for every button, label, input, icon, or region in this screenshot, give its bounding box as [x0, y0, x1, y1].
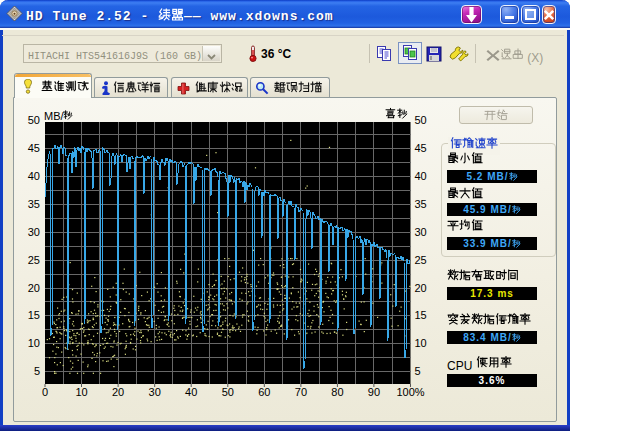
svg-text:5: 5: [34, 365, 40, 377]
svg-text:25: 25: [415, 254, 427, 266]
svg-text:15: 15: [415, 309, 427, 321]
svg-text:35: 35: [415, 198, 427, 210]
svg-text:15: 15: [28, 309, 40, 321]
svg-text:90: 90: [368, 386, 380, 398]
svg-text:80: 80: [331, 386, 343, 398]
svg-text:45: 45: [28, 142, 40, 154]
svg-text:50: 50: [28, 114, 40, 126]
svg-text:20: 20: [415, 282, 427, 294]
svg-text:10: 10: [28, 337, 40, 349]
svg-text:10: 10: [415, 337, 427, 349]
svg-text:40: 40: [185, 386, 197, 398]
svg-text:MB/: MB/: [44, 110, 65, 122]
svg-text:30: 30: [415, 226, 427, 238]
svg-text:100%: 100%: [396, 386, 424, 398]
svg-text:60: 60: [258, 386, 270, 398]
svg-text:0: 0: [42, 386, 48, 398]
svg-text:10: 10: [75, 386, 87, 398]
svg-text:25: 25: [28, 254, 40, 266]
svg-text:50: 50: [415, 114, 427, 126]
svg-text:5: 5: [415, 365, 421, 377]
svg-text:70: 70: [295, 386, 307, 398]
svg-text:50: 50: [222, 386, 234, 398]
svg-text:30: 30: [149, 386, 161, 398]
svg-text:45: 45: [415, 142, 427, 154]
svg-text:20: 20: [28, 282, 40, 294]
svg-text:35: 35: [28, 198, 40, 210]
svg-text:40: 40: [28, 170, 40, 182]
svg-text:30: 30: [28, 226, 40, 238]
svg-text:40: 40: [415, 170, 427, 182]
svg-text:20: 20: [112, 386, 124, 398]
